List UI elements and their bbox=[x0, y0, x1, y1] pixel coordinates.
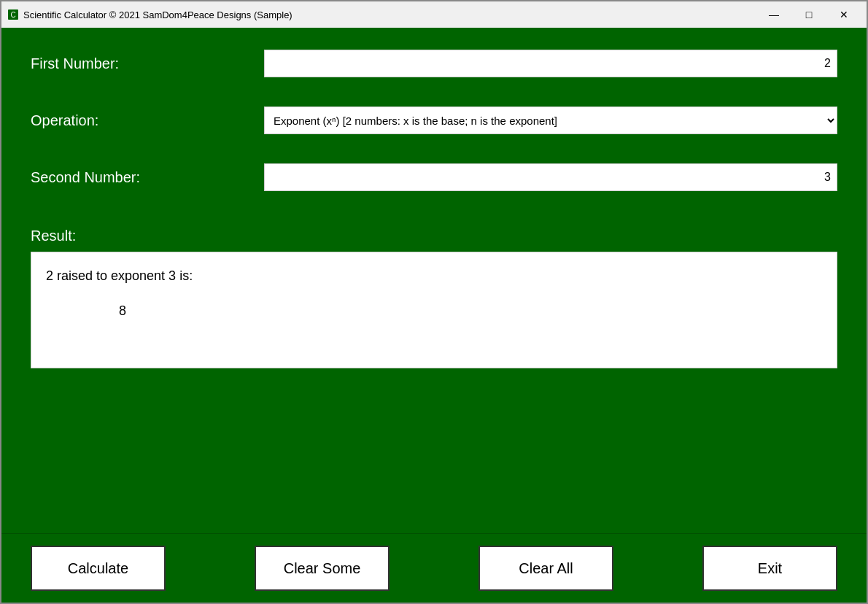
result-label: Result: bbox=[31, 228, 837, 244]
maximize-button[interactable]: □ bbox=[792, 4, 826, 26]
app-icon: C bbox=[7, 9, 19, 20]
title-bar: C Scientific Calculator © 2021 SamDom4Pe… bbox=[1, 1, 867, 28]
clear-some-button[interactable]: Clear Some bbox=[255, 546, 390, 591]
title-bar-controls: — □ ✕ bbox=[757, 4, 861, 26]
operation-row: Operation: Exponent (xⁿ) [2 numbers: x i… bbox=[31, 107, 837, 134]
main-window: C Scientific Calculator © 2021 SamDom4Pe… bbox=[0, 0, 868, 604]
second-number-input[interactable] bbox=[264, 163, 837, 191]
button-row: Calculate Clear Some Clear All Exit bbox=[1, 533, 867, 603]
result-box: 2 raised to exponent 3 is: 8 bbox=[31, 252, 837, 368]
calculate-button[interactable]: Calculate bbox=[31, 546, 166, 591]
first-number-label: First Number: bbox=[31, 55, 264, 72]
clear-all-button[interactable]: Clear All bbox=[478, 546, 613, 591]
second-number-label: Second Number: bbox=[31, 169, 264, 186]
first-number-input[interactable] bbox=[264, 50, 837, 77]
operation-select[interactable]: Exponent (xⁿ) [2 numbers: x is the base;… bbox=[264, 107, 837, 134]
exit-button[interactable]: Exit bbox=[702, 546, 837, 591]
result-section: Result: 2 raised to exponent 3 is: 8 bbox=[31, 228, 837, 519]
close-button[interactable]: ✕ bbox=[827, 4, 861, 26]
operation-label: Operation: bbox=[31, 112, 264, 129]
result-text-main: 2 raised to exponent 3 is: bbox=[46, 264, 822, 287]
second-number-row: Second Number: bbox=[31, 163, 837, 191]
svg-text:C: C bbox=[10, 11, 15, 19]
first-number-row: First Number: bbox=[31, 50, 837, 77]
title-bar-text: Scientific Calculator © 2021 SamDom4Peac… bbox=[23, 9, 757, 20]
main-content: First Number: Operation: Exponent (xⁿ) [… bbox=[1, 28, 867, 533]
minimize-button[interactable]: — bbox=[757, 4, 791, 26]
result-text-value: 8 bbox=[119, 299, 822, 322]
